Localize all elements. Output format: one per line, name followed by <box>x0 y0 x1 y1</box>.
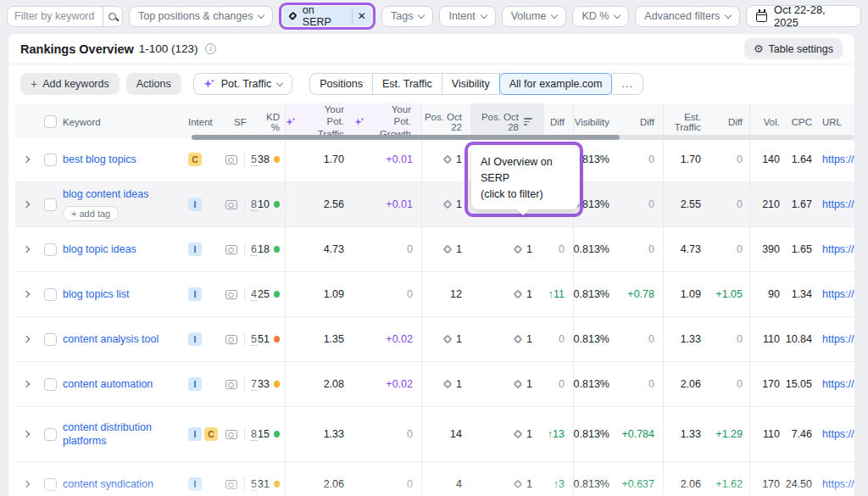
divider <box>244 477 245 491</box>
segment-all-for-domain[interactable]: All for example.com <box>499 73 613 95</box>
diff-est-traffic-cell: 0 <box>708 317 749 361</box>
expand-chevron-icon[interactable] <box>23 381 30 387</box>
keyword-link[interactable]: blog topic ideas <box>63 242 136 256</box>
actions-button[interactable]: Actions <box>126 73 181 95</box>
url-cell: https://w <box>817 137 854 181</box>
expand-chevron-icon[interactable] <box>23 481 30 488</box>
row-checkbox[interactable] <box>44 428 57 441</box>
url-link[interactable]: https://w <box>822 478 854 490</box>
url-link[interactable]: https://w <box>822 243 854 255</box>
sf-count-link[interactable]: 5 <box>251 478 257 491</box>
keyword-link[interactable]: best blog topics <box>63 153 136 166</box>
expand-chevron-icon[interactable] <box>23 246 30 253</box>
sf-count-link[interactable]: 4 <box>251 288 257 301</box>
kd-dropdown[interactable]: KD % <box>572 6 629 27</box>
pos-oct-22-cell: 1 <box>421 137 470 181</box>
table-settings-button[interactable]: ⚙ Table settings <box>744 38 843 59</box>
segment-positions[interactable]: Positions <box>309 73 373 95</box>
segment-visibility[interactable]: Visibility <box>442 73 500 95</box>
header-expander <box>15 103 37 140</box>
top-positions-dropdown[interactable]: Top positions & changes <box>129 6 274 27</box>
url-cell: https://w <box>817 227 854 271</box>
serp-features-icon[interactable] <box>225 335 237 344</box>
row-checkbox[interactable] <box>44 333 57 346</box>
pos-oct-28-cell: 1 <box>470 317 544 361</box>
pos-oct-28-cell: 1 <box>470 462 544 496</box>
sf-count-link[interactable]: 5 <box>251 153 257 166</box>
ai-overview-filter-chip[interactable]: on SERP ✕ <box>283 7 371 25</box>
advanced-filters-dropdown[interactable]: Advanced filters <box>635 6 740 27</box>
select-all-checkbox[interactable] <box>44 115 57 128</box>
intent-cell: I <box>188 462 224 496</box>
add-keywords-button[interactable]: +Add keywords <box>20 73 120 95</box>
date-range-picker[interactable]: Oct 22-28, 2025 <box>746 5 861 27</box>
serp-features-icon[interactable] <box>225 200 237 209</box>
keyword-link[interactable]: blog content ideas <box>63 187 148 201</box>
sf-count-link[interactable]: 5 <box>251 333 257 346</box>
expand-chevron-icon[interactable] <box>23 336 30 343</box>
serp-features-icon[interactable] <box>225 155 237 164</box>
expand-chevron-icon[interactable] <box>23 201 30 208</box>
advanced-filters-label: Advanced filters <box>644 10 720 22</box>
keyword-link[interactable]: content distribution platforms <box>63 421 180 449</box>
keyword-filter-input[interactable] <box>8 7 103 26</box>
sf-count-link[interactable]: 8 <box>251 428 257 441</box>
segment-more-button[interactable]: ... <box>611 73 643 95</box>
row-checkbox[interactable] <box>44 288 57 301</box>
serp-features-icon[interactable] <box>225 380 237 389</box>
keyword-link[interactable]: content automation <box>63 377 153 391</box>
sf-count-link[interactable]: 6 <box>251 243 257 256</box>
sf-count-link[interactable]: 7 <box>251 378 257 391</box>
url-link[interactable]: https://w <box>822 198 854 210</box>
keyword-link[interactable]: content analysis tool <box>63 332 159 346</box>
cpc-cell: 7.46 <box>785 407 817 461</box>
sf-count-link[interactable]: 8 <box>251 198 257 211</box>
row-checkbox[interactable] <box>44 243 57 256</box>
keyword-link[interactable]: blog topics list <box>63 287 130 301</box>
diff-visibility-cell: +0.784 <box>618 407 663 461</box>
url-link[interactable]: https://w <box>822 378 854 390</box>
pos-oct-28-cell: 1 <box>470 362 544 406</box>
url-link[interactable]: https://w <box>822 428 854 440</box>
diff-pos-cell: 0 <box>544 227 573 271</box>
serp-features-icon[interactable] <box>225 480 237 489</box>
ai-overview-icon <box>513 379 522 388</box>
serp-features-icon[interactable] <box>225 290 237 299</box>
url-link[interactable]: https://w <box>822 288 854 300</box>
expand-cell <box>15 317 37 361</box>
kd-difficulty-dot <box>274 481 280 488</box>
sf-cell: 5 <box>224 137 258 181</box>
intent-cell: I <box>188 272 224 316</box>
row-checkbox[interactable] <box>44 478 57 491</box>
url-link[interactable]: https://w <box>822 333 854 345</box>
expand-chevron-icon[interactable] <box>23 291 30 298</box>
kd-difficulty-dot <box>274 156 280 163</box>
expand-chevron-icon[interactable] <box>23 431 30 437</box>
row-checkbox[interactable] <box>44 153 57 166</box>
serp-features-icon[interactable] <box>225 430 237 439</box>
search-button[interactable] <box>103 7 122 26</box>
segment-est-traffic[interactable]: Est. Traffic <box>372 73 442 95</box>
date-range-label: Oct 22-28, 2025 <box>774 3 851 29</box>
volume-dropdown[interactable]: Volume <box>502 6 567 27</box>
sparkles-icon <box>286 117 296 127</box>
serp-features-icon[interactable] <box>225 245 237 254</box>
intent-dropdown[interactable]: Intent <box>439 6 495 27</box>
url-link[interactable]: https://w <box>822 153 854 165</box>
keyword-link[interactable]: content syndication <box>63 477 153 491</box>
expand-chevron-icon[interactable] <box>23 156 30 163</box>
close-icon[interactable]: ✕ <box>352 7 371 25</box>
row-checkbox[interactable] <box>44 378 57 391</box>
metric-segments: Positions Est. Traffic Visibility All fo… <box>309 73 643 95</box>
row-checkbox[interactable] <box>44 198 57 211</box>
pot-traffic-dropdown[interactable]: Pot. Traffic <box>193 73 293 95</box>
horizontal-scrollbar-thumb[interactable] <box>192 135 620 140</box>
keyword-cell: content distribution platforms <box>63 407 188 461</box>
pos-oct-28-cell-value: 1 <box>526 243 532 255</box>
header-keyword[interactable]: Keyword <box>63 103 188 140</box>
pot-traffic-label: Pot. Traffic <box>221 78 272 90</box>
tags-dropdown[interactable]: Tags <box>381 6 433 27</box>
info-icon[interactable]: i <box>205 43 216 54</box>
add-tag-button[interactable]: + add tag <box>63 206 119 221</box>
cpc-cell: 10.84 <box>785 317 817 361</box>
